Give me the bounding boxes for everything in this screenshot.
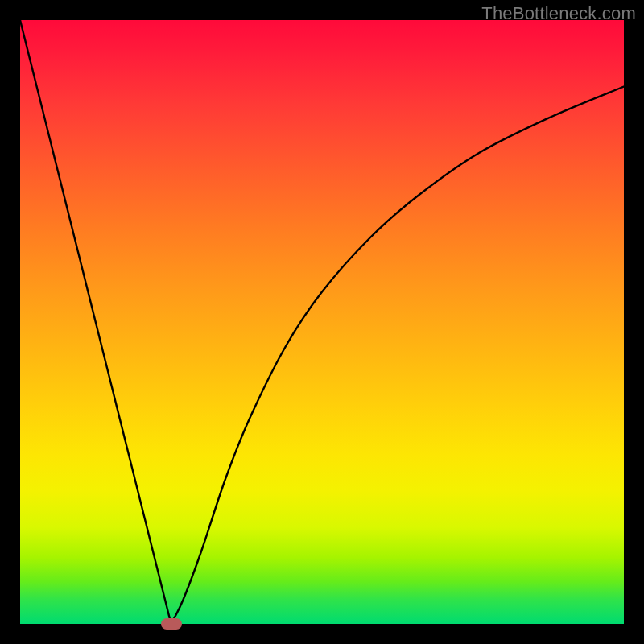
min-marker [161, 618, 182, 630]
bottleneck-curve [20, 20, 624, 624]
curve-path [20, 20, 624, 624]
plot-area [20, 20, 624, 624]
watermark-text: TheBottleneck.com [481, 3, 636, 24]
chart-frame: TheBottleneck.com [0, 0, 644, 644]
